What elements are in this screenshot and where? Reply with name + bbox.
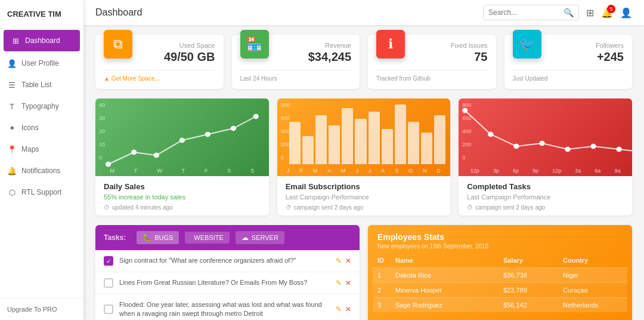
search-input[interactable] xyxy=(488,8,560,17)
sidebar-label-maps: Maps xyxy=(21,145,39,153)
task-item-3: Flooded: One year later, assessing what … xyxy=(95,294,360,320)
grid-icon[interactable]: ⊞ xyxy=(586,7,594,19)
emp-col-0: ID xyxy=(377,257,395,264)
svg-point-1 xyxy=(131,150,137,155)
emp-id-2: 2 xyxy=(377,287,395,294)
sidebar-item-icons[interactable]: ✦ Icons xyxy=(0,117,83,139)
emp-col-1: Name xyxy=(395,257,503,264)
typography-icon: T xyxy=(7,101,17,111)
sidebar: CREATIVE TIM ⊞ Dashboard👤 User Profile☰ … xyxy=(0,0,83,320)
emp-salary-1: $36,738 xyxy=(503,272,563,279)
emp-row-3: 3 Sage Rodriguez $56,142 Netherlands xyxy=(373,297,627,312)
bar xyxy=(315,115,327,164)
sidebar-label-typography: Typography xyxy=(21,102,59,110)
bar xyxy=(342,108,353,164)
tasks-card: Tasks: 🐛 BUGS WEBSITE ☁ SERVER ✓ Sign co… xyxy=(95,225,360,320)
chart-svg-daily-sales xyxy=(95,99,269,176)
task-tab-icon-bugs: 🐛 xyxy=(143,233,151,242)
employees-subtitle: New employees on 15th September, 2016 xyxy=(377,243,623,250)
emp-row-2: 2 Minerva Hooper $23,789 Curaçao xyxy=(373,282,627,297)
sidebar-item-rtl-support[interactable]: ⬡ RTL Support xyxy=(0,181,83,203)
sidebar-item-maps[interactable]: 📍 Maps xyxy=(0,139,83,160)
emp-id-1: 1 xyxy=(377,272,395,279)
task-delete-2[interactable]: ✕ xyxy=(345,279,351,287)
stat-info-used-space: Used Space 49/50 GB xyxy=(132,42,215,64)
svg-point-10 xyxy=(540,141,545,146)
chart-svg-completed-tasks xyxy=(459,99,632,176)
svg-point-9 xyxy=(514,144,519,149)
stat-info-followers: Followers +245 xyxy=(541,42,624,64)
svg-point-0 xyxy=(106,162,111,167)
notification-icon[interactable]: 🔔 5 xyxy=(601,7,613,19)
stat-top-used-space: ⧉ Used Space 49/50 GB xyxy=(104,42,215,64)
bar xyxy=(382,129,393,164)
task-actions-3: ✎ ✕ xyxy=(336,305,351,313)
employees-card: Employees Stats New employees on 15th Se… xyxy=(368,225,632,320)
chart-subtitle-email-subscriptions: Last Campaign Performance xyxy=(286,193,442,201)
task-edit-2[interactable]: ✎ xyxy=(336,279,342,287)
stat-card-fixed-issues: ℹ Fixed Issues 75 Tracked from Github xyxy=(368,35,496,89)
user-avatar[interactable]: 👤 xyxy=(620,7,632,19)
stat-info-revenue: Revenue $34,245 xyxy=(269,42,352,64)
sidebar-label-table-list: Table List xyxy=(21,81,52,89)
task-checkbox-2[interactable] xyxy=(104,278,113,288)
chart-area-email-subscriptions: 8006004002000 JFMAMJJASOND xyxy=(277,99,451,176)
task-edit-3[interactable]: ✎ xyxy=(336,305,342,313)
emp-col-2: Salary xyxy=(503,257,563,264)
sidebar-item-table-list[interactable]: ☰ Table List xyxy=(0,74,83,96)
stats-row: ⧉ Used Space 49/50 GB ▲ Get More Space..… xyxy=(95,35,632,89)
emp-col-3: Country xyxy=(563,257,623,264)
emp-salary-3: $56,142 xyxy=(503,301,563,309)
page-title: Dashboard xyxy=(95,7,142,18)
task-item-1: ✓ Sign contract for "What are conference… xyxy=(95,250,360,272)
sidebar-item-user-profile[interactable]: 👤 User Profile xyxy=(0,53,83,74)
stat-top-fixed-issues: ℹ Fixed Issues 75 xyxy=(376,42,488,64)
task-item-2: Lines From Great Russian Literature? Or … xyxy=(95,272,360,294)
chart-footer-email-subscriptions: Email Subscriptions Last Campaign Perfor… xyxy=(277,176,451,216)
task-delete-3[interactable]: ✕ xyxy=(345,305,351,313)
stat-value-revenue: $34,245 xyxy=(269,50,352,64)
stat-footer-text-revenue: Last 24 Hours xyxy=(240,75,277,82)
task-tab-server[interactable]: ☁ SERVER xyxy=(236,231,284,244)
chart-subtitle-completed-tasks: Last Campaign Performance xyxy=(467,193,624,201)
task-tab-website[interactable]: WEBSITE xyxy=(185,232,230,244)
sidebar-logo: CREATIVE TIM xyxy=(0,0,83,29)
stat-top-followers: 🐦 Followers +245 xyxy=(513,42,624,64)
employees-title: Employees Stats xyxy=(377,232,623,242)
sidebar-item-typography[interactable]: T Typography xyxy=(0,96,83,117)
bar xyxy=(408,122,419,164)
upgrade-button[interactable]: Upgrade To PRO xyxy=(0,298,83,320)
stat-value-followers: +245 xyxy=(541,50,624,64)
tasks-header-label: Tasks: xyxy=(104,233,126,242)
chart-subtitle-daily-sales: 55% increase in today sales xyxy=(104,193,261,201)
svg-point-13 xyxy=(617,147,622,152)
search-icon[interactable]: 🔍 xyxy=(564,8,574,17)
sidebar-label-dashboard: Dashboard xyxy=(25,36,60,45)
chart-title-completed-tasks: Completed Tasks xyxy=(467,182,624,191)
task-tab-bugs[interactable]: 🐛 BUGS xyxy=(137,231,179,244)
employees-table: IDNameSalaryCountry 1 Dakota Rice $36,73… xyxy=(368,253,632,312)
task-edit-1[interactable]: ✎ xyxy=(336,257,342,265)
bar xyxy=(355,119,366,164)
task-checkbox-1[interactable]: ✓ xyxy=(104,256,113,266)
chart-title-email-subscriptions: Email Subscriptions xyxy=(286,182,442,191)
stat-icon-fixed-issues: ℹ xyxy=(376,30,405,59)
stat-value-used-space: 49/50 GB xyxy=(132,50,215,64)
emp-name-2: Minerva Hooper xyxy=(395,287,503,294)
header-right: 🔍 ⊞ 🔔 5 👤 xyxy=(483,5,632,20)
task-delete-1[interactable]: ✕ xyxy=(345,257,351,265)
sidebar-item-dashboard[interactable]: ⊞ Dashboard xyxy=(4,30,80,51)
user-profile-icon: 👤 xyxy=(7,59,17,68)
emp-name-3: Sage Rodriguez xyxy=(395,301,503,309)
sidebar-nav: ⊞ Dashboard👤 User Profile☰ Table ListT T… xyxy=(0,29,83,298)
stat-value-fixed-issues: 75 xyxy=(405,50,488,64)
stat-card-followers: 🐦 Followers +245 Just Updated xyxy=(504,35,633,89)
chart-meta-completed-tasks: ⏱ campaign sent 2 days ago xyxy=(467,204,624,211)
emp-country-3: Netherlands xyxy=(563,301,623,309)
chart-x-labels-daily-sales: MTWTFSS xyxy=(95,168,269,174)
svg-point-12 xyxy=(591,144,596,149)
bottom-row: Tasks: 🐛 BUGS WEBSITE ☁ SERVER ✓ Sign co… xyxy=(95,225,632,320)
svg-point-8 xyxy=(488,132,494,137)
sidebar-item-notifications[interactable]: 🔔 Notifications xyxy=(0,160,83,181)
task-checkbox-3[interactable] xyxy=(104,304,113,314)
